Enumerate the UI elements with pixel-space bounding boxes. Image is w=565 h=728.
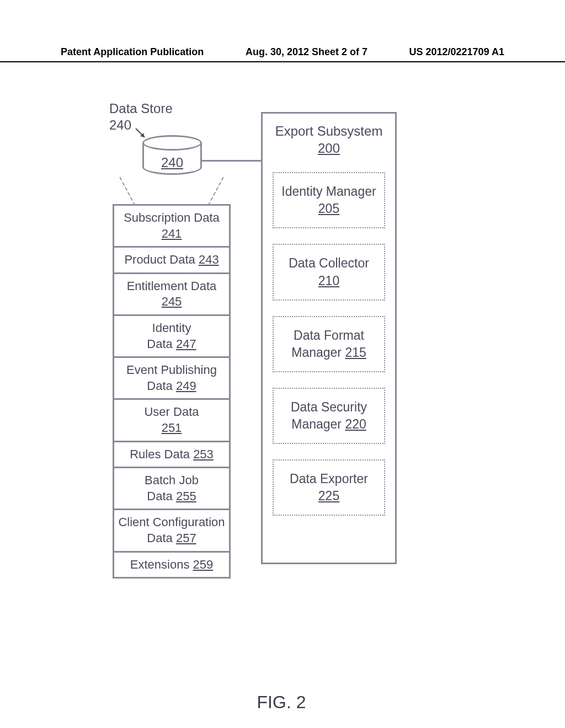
header-center: Aug. 30, 2012 Sheet 2 of 7 — [246, 46, 367, 58]
datastore-ref: 240 — [109, 117, 131, 133]
subsystem-title: Export Subsystem 200 — [273, 122, 385, 157]
stack-item: Rules Data 253 — [114, 442, 229, 469]
datastore-stack: Subscription Data 241 Product Data 243 E… — [113, 204, 231, 579]
page-header: Patent Application Publication Aug. 30, … — [0, 46, 565, 62]
export-subsystem: Export Subsystem 200 Identity Manager 20… — [261, 112, 397, 564]
stack-item: Subscription Data 241 — [114, 206, 229, 248]
subsystem-box: Data Format Manager 215 — [273, 316, 385, 372]
stack-item: Extensions 259 — [114, 553, 229, 577]
stack-item: Product Data 243 — [114, 248, 229, 274]
subsystem-box: Data Exporter 225 — [273, 459, 385, 516]
dashed-connector-right — [179, 177, 224, 206]
subsystem-box: Data Security Manager 220 — [273, 388, 385, 444]
connector-line — [202, 160, 261, 162]
stack-item: Event Publishing Data 249 — [114, 358, 229, 400]
stack-item: Client Configuration Data 257 — [114, 510, 229, 552]
figure-label: FIG. 2 — [61, 692, 502, 713]
datastore-label: Data Store — [109, 101, 173, 116]
header-left: Patent Application Publication — [61, 46, 204, 58]
subsystem-box: Data Collector 210 — [273, 244, 385, 300]
figure-diagram: Data Store 240 240 Subscription Data 241… — [61, 85, 502, 665]
subsystem-box: Identity Manager 205 — [273, 172, 385, 228]
dashed-connector-left — [119, 177, 164, 206]
datastore-cylinder: 240 — [142, 135, 202, 178]
cylinder-ref: 240 — [142, 155, 202, 170]
stack-item: User Data 251 — [114, 400, 229, 442]
stack-item: Entitlement Data 245 — [114, 274, 229, 316]
stack-item: Batch Job Data 255 — [114, 468, 229, 510]
header-right: US 2012/0221709 A1 — [409, 46, 504, 58]
stack-item: Identity Data 247 — [114, 316, 229, 358]
